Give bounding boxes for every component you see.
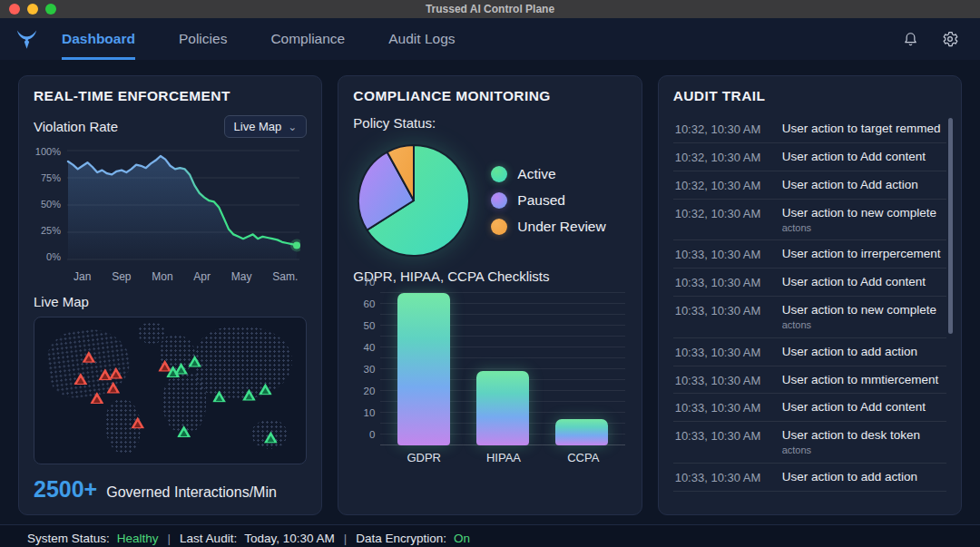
- scrollbar-thumb[interactable]: [948, 118, 953, 334]
- tab-audit-logs[interactable]: Audit Logs: [388, 18, 455, 60]
- bar-y-tick: 20: [353, 386, 375, 396]
- navbar: DashboardPoliciesComplianceAudit Logs: [0, 18, 980, 60]
- panel-compliance-monitoring: COMPLIANCE MONITORING Policy Status: Act…: [338, 75, 642, 515]
- divider: |: [166, 532, 173, 545]
- audit-row-time: 10:33, 10:30 AM: [675, 428, 771, 443]
- audit-row[interactable]: 10:33, 10:30 AMUser action to irrerperce…: [673, 240, 946, 269]
- audit-row[interactable]: 10:33, 10:30 AMUser action to add action: [673, 464, 946, 492]
- audit-row-time: 10:33, 10:30 AM: [675, 303, 771, 317]
- nav-actions: [900, 29, 960, 49]
- enforcement-panel-title: REAL-TIME ENFORCEMENT: [34, 88, 307, 104]
- map-continent: [195, 327, 293, 400]
- map-view-select[interactable]: Live Map ⌄: [224, 115, 308, 138]
- audit-row-subtext: actons: [782, 444, 920, 457]
- violation-line-plot: [66, 147, 300, 263]
- policy-status-chart: ActivePausedUnder Review: [353, 140, 626, 261]
- audit-row[interactable]: 10:32, 10:30 AMUser action to new comple…: [673, 200, 946, 241]
- system-status-value: Healthy: [117, 532, 159, 545]
- audit-row[interactable]: 10:33, 10:30 AMUser action to Add conten…: [673, 269, 946, 297]
- checklists-bar-chart: 010203040506070 GDPRHIPAACCPA: [353, 293, 626, 471]
- legend-dot: [491, 166, 507, 182]
- policy-status-legend: ActivePausedUnder Review: [491, 166, 605, 235]
- audit-row-time: 10:33, 10:30 AM: [675, 275, 771, 289]
- interactions-counter: 2500+ Governed Interactions/Min: [34, 476, 307, 503]
- live-map[interactable]: [34, 317, 307, 464]
- audit-row[interactable]: 10:33, 10:30 AMUser action to add action: [673, 338, 946, 366]
- settings-gear-icon[interactable]: [940, 29, 960, 49]
- app-logo-icon: [13, 25, 40, 53]
- interactions-counter-value: 2500+: [34, 476, 97, 503]
- titlebar: Trussed AI Control Plane: [0, 0, 980, 18]
- last-audit-value: Today, 10:30 AM: [244, 532, 335, 545]
- bar-gdpr: [397, 293, 450, 445]
- nav-tabs: DashboardPoliciesComplianceAudit Logs: [62, 18, 456, 60]
- audit-row-time: 10:32, 10:30 AM: [675, 178, 771, 192]
- audit-list: 10:32, 10:30 AMUser action to target rem…: [673, 115, 946, 492]
- notifications-bell-icon[interactable]: [900, 29, 920, 49]
- audit-row-action: User action to Add content: [782, 275, 926, 290]
- bar-x-tick: CCPA: [557, 451, 610, 464]
- bar-x-tick: GDPR: [397, 451, 450, 464]
- legend-label: Active: [517, 166, 555, 182]
- violation-y-axis: 100%75%50%25%0%: [34, 147, 66, 263]
- violation-rate-label: Violation Rate: [34, 119, 118, 134]
- audit-row[interactable]: 10:32, 10:30 AMUser action to target rem…: [673, 115, 946, 143]
- window-title: Trussed AI Control Plane: [0, 3, 980, 15]
- map-continent: [138, 322, 165, 344]
- audit-row-action: User action to mmtiercement: [782, 373, 939, 388]
- last-audit-label: Last Audit:: [180, 532, 237, 545]
- audit-row-action: User action to add action: [782, 345, 917, 360]
- legend-item-under-review: Under Review: [491, 219, 605, 235]
- audit-row-subtext: actons: [782, 222, 936, 235]
- tab-policies[interactable]: Policies: [179, 18, 227, 60]
- legend-label: Under Review: [517, 219, 605, 235]
- bar-ccpa: [555, 419, 608, 445]
- audit-row[interactable]: 10:33, 10:30 AMUser action to new comple…: [673, 297, 946, 338]
- audit-row-time: 10:33, 10:30 AM: [675, 373, 771, 387]
- interactions-counter-label: Governed Interactions/Min: [106, 484, 277, 501]
- tab-dashboard[interactable]: Dashboard: [62, 18, 135, 60]
- audit-row-time: 10:32, 10:30 AM: [675, 206, 771, 220]
- legend-dot: [491, 192, 507, 209]
- audit-row-action: User action to target remmed: [782, 122, 941, 137]
- checklists-title: GDPR, HIPAA, CCPA Checklists: [353, 269, 626, 284]
- audit-row-action: User action to irrerpercement: [782, 247, 941, 262]
- bar-x-tick: HIPAA: [477, 451, 530, 464]
- chevron-down-icon: ⌄: [288, 122, 297, 132]
- audit-row-time: 10:33, 10:30 AM: [675, 470, 771, 484]
- tab-compliance[interactable]: Compliance: [270, 18, 345, 60]
- audit-row[interactable]: 10:32, 10:30 AMUser action to Add conten…: [673, 143, 946, 171]
- violation-x-axis: JanSepMonAprMaySam.: [34, 267, 307, 283]
- divider: |: [342, 532, 349, 545]
- audit-row-action: User action to new completeactons: [782, 206, 936, 235]
- audit-row-action: User action to add action: [782, 470, 917, 485]
- encryption-value: On: [454, 532, 470, 545]
- bar-y-tick: 50: [353, 320, 375, 331]
- encryption-label: Data Encryption:: [356, 532, 446, 545]
- audit-row-action: User action to Add content: [782, 150, 926, 165]
- system-status-label: System Status:: [27, 532, 110, 545]
- legend-item-active: Active: [491, 166, 605, 182]
- audit-row-subtext: actons: [782, 319, 936, 332]
- audit-row-action: User action to desk tokenactons: [782, 428, 920, 457]
- audit-row[interactable]: 10:32, 10:30 AMUser action to Add action: [673, 171, 946, 200]
- bar-y-tick: 30: [353, 364, 375, 375]
- audit-row-action: User action to new completeactons: [782, 303, 936, 332]
- audit-row[interactable]: 10:33, 10:30 AMUser action to Add conten…: [673, 394, 946, 422]
- bar-y-tick: 70: [353, 277, 375, 288]
- audit-row-time: 10:33, 10:30 AM: [675, 247, 771, 261]
- panel-audit-trail: AUDIT TRAIL 10:32, 10:30 AMUser action t…: [658, 75, 962, 515]
- legend-label: Paused: [517, 192, 565, 209]
- policy-status-label: Policy Status:: [353, 115, 626, 131]
- bar-y-tick: 60: [353, 298, 375, 309]
- audit-row[interactable]: 10:33, 10:30 AMUser action to mmtierceme…: [673, 366, 946, 395]
- audit-row-time: 10:33, 10:30 AM: [675, 400, 771, 415]
- audit-row-time: 10:32, 10:30 AM: [675, 122, 771, 136]
- checklists-x-axis: GDPRHIPAACCPA: [384, 451, 622, 464]
- panel-real-time-enforcement: REAL-TIME ENFORCEMENT Violation Rate Liv…: [18, 75, 322, 515]
- violation-rate-chart: 100%75%50%25%0%: [34, 147, 307, 267]
- audit-row[interactable]: 10:33, 10:30 AMUser action to desk token…: [673, 422, 946, 464]
- status-bar: System Status: Healthy | Last Audit: Tod…: [0, 524, 980, 547]
- app-window: Trussed AI Control Plane DashboardPolici…: [0, 0, 980, 547]
- audit-panel-title: AUDIT TRAIL: [673, 88, 946, 104]
